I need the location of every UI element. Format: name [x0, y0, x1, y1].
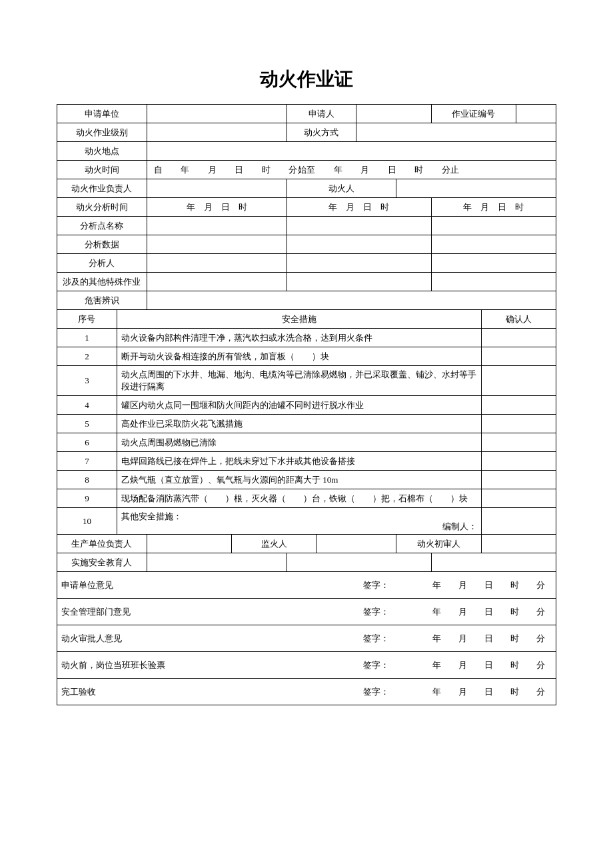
field-time[interactable]: 自 年 月 日 时 分始至 年 月 日 时 分止	[147, 161, 556, 179]
field-safety-educator-1[interactable]	[147, 553, 287, 572]
field-other-special-1[interactable]	[147, 273, 287, 291]
label-person-in-charge: 动火作业负责人	[57, 179, 147, 198]
field-prod-unit-person[interactable]	[147, 535, 231, 553]
measure-7: 电焊回路线已接在焊件上，把线未穿过下水井或其他设备搭接	[117, 452, 481, 471]
field-permit-no[interactable]	[516, 105, 556, 123]
label-prod-unit-person: 生产单位负责人	[57, 535, 147, 553]
header-seq: 序号	[57, 310, 117, 329]
header-measure: 安全措施	[117, 310, 481, 329]
field-safety-educator-2[interactable]	[287, 553, 431, 572]
measure-6: 动火点周围易燃物已清除	[117, 433, 481, 452]
confirm-10[interactable]	[481, 508, 556, 535]
page-title: 动火作业证	[57, 67, 556, 92]
label-fire-person: 动火人	[287, 179, 396, 198]
field-analysis-point-1[interactable]	[147, 217, 287, 235]
label-hazard: 危害辨识	[57, 291, 147, 310]
field-other-special-3[interactable]	[431, 273, 556, 291]
label-applicant-opinion: 申请单位意见	[61, 580, 113, 590]
field-supervisor[interactable]	[316, 535, 396, 553]
row-safety-dept-opinion[interactable]: 安全管理部门意见 签字： 年 月 日 时 分	[57, 599, 556, 625]
field-analysis-point-2[interactable]	[287, 217, 431, 235]
seq-7: 7	[57, 452, 117, 471]
label-safety-dept-opinion: 安全管理部门意见	[61, 607, 131, 617]
field-other-special-2[interactable]	[287, 273, 431, 291]
field-first-reviewer[interactable]	[481, 535, 556, 553]
seq-10: 10	[57, 508, 117, 535]
confirm-6[interactable]	[481, 433, 556, 452]
sig-pre-check: 签字： 年 月 日 时 分	[363, 659, 552, 671]
field-analysis-time-3[interactable]: 年 月 日 时	[431, 198, 556, 217]
measure-3: 动火点周围的下水井、地漏、地沟、电缆沟等已清除易燃物，并已采取覆盖、铺沙、水封等…	[117, 366, 481, 396]
seq-4: 4	[57, 396, 117, 415]
row-completion[interactable]: 完工验收 签字： 年 月 日 时 分	[57, 679, 556, 705]
field-method[interactable]	[356, 123, 556, 142]
field-analysis-time-1[interactable]: 年 月 日 时	[147, 198, 287, 217]
label-analyst: 分析人	[57, 254, 147, 273]
field-fire-person[interactable]	[396, 179, 556, 198]
row-approver-opinion[interactable]: 动火审批人意见 签字： 年 月 日 时 分	[57, 625, 556, 652]
label-analysis-time: 动火分析时间	[57, 198, 147, 217]
field-analysis-data-2[interactable]	[287, 235, 431, 254]
field-analysis-data-1[interactable]	[147, 235, 287, 254]
field-safety-educator-3[interactable]	[431, 553, 556, 572]
confirm-4[interactable]	[481, 396, 556, 415]
sig-approver-opinion: 签字： 年 月 日 时 分	[363, 633, 552, 645]
confirm-3[interactable]	[481, 366, 556, 396]
seq-9: 9	[57, 489, 117, 508]
confirm-1[interactable]	[481, 329, 556, 347]
seq-2: 2	[57, 347, 117, 366]
measure-8: 乙炔气瓶（直立放置）、氧气瓶与火源间的距离大于 10m	[117, 471, 481, 489]
confirm-8[interactable]	[481, 471, 556, 489]
seq-1: 1	[57, 329, 117, 347]
header-confirmer: 确认人	[481, 310, 556, 329]
label-other-special: 涉及的其他特殊作业	[57, 273, 147, 291]
field-hazard[interactable]	[147, 291, 556, 310]
measure-1: 动火设备内部构件清理干净，蒸汽吹扫或水洗合格，达到用火条件	[117, 329, 481, 347]
seq-6: 6	[57, 433, 117, 452]
label-analysis-data: 分析数据	[57, 235, 147, 254]
sig-applicant-opinion: 签字： 年 月 日 时 分	[363, 579, 552, 591]
confirm-7[interactable]	[481, 452, 556, 471]
label-completion: 完工验收	[61, 687, 96, 697]
label-method: 动火方式	[287, 123, 356, 142]
label-applicant: 申请人	[287, 105, 356, 123]
permit-form: 申请单位 申请人 作业证编号 动火作业级别 动火方式 动火地点 动火时间 自 年…	[57, 104, 556, 705]
seq-5: 5	[57, 415, 117, 433]
field-analyst-1[interactable]	[147, 254, 287, 273]
seq-8: 8	[57, 471, 117, 489]
label-time: 动火时间	[57, 161, 147, 179]
label-preparer: 编制人：	[442, 521, 477, 533]
sig-completion: 签字： 年 月 日 时 分	[363, 686, 552, 698]
label-level: 动火作业级别	[57, 123, 147, 142]
field-analysis-data-3[interactable]	[431, 235, 556, 254]
confirm-9[interactable]	[481, 489, 556, 508]
confirm-5[interactable]	[481, 415, 556, 433]
field-person-in-charge[interactable]	[147, 179, 287, 198]
measure-4: 罐区内动火点同一围堰和防火间距内的油罐不同时进行脱水作业	[117, 396, 481, 415]
sig-safety-dept-opinion: 签字： 年 月 日 时 分	[363, 606, 552, 618]
label-first-reviewer: 动火初审人	[396, 535, 481, 553]
seq-3: 3	[57, 366, 117, 396]
measure-10[interactable]: 其他安全措施： 编制人：	[117, 508, 481, 535]
field-applicant-unit[interactable]	[147, 105, 287, 123]
confirm-2[interactable]	[481, 347, 556, 366]
label-supervisor: 监火人	[232, 535, 316, 553]
measure-10-text: 其他安全措施：	[121, 511, 182, 521]
label-pre-check: 动火前，岗位当班班长验票	[61, 660, 165, 670]
field-analyst-3[interactable]	[431, 254, 556, 273]
field-level[interactable]	[147, 123, 287, 142]
label-analysis-point: 分析点名称	[57, 217, 147, 235]
field-analyst-2[interactable]	[287, 254, 431, 273]
measure-9: 现场配备消防蒸汽带（ ）根，灭火器（ ）台，铁锹（ ）把，石棉布（ ）块	[117, 489, 481, 508]
label-safety-educator: 实施安全教育人	[57, 553, 147, 572]
measure-5: 高处作业已采取防火花飞溅措施	[117, 415, 481, 433]
row-pre-check[interactable]: 动火前，岗位当班班长验票 签字： 年 月 日 时 分	[57, 652, 556, 679]
field-analysis-time-2[interactable]: 年 月 日 时	[287, 198, 431, 217]
label-approver-opinion: 动火审批人意见	[61, 633, 122, 643]
row-applicant-opinion[interactable]: 申请单位意见 签字： 年 月 日 时 分	[57, 572, 556, 599]
field-location[interactable]	[147, 142, 556, 161]
measure-2: 断开与动火设备相连接的所有管线，加盲板（ ）块	[117, 347, 481, 366]
label-applicant-unit: 申请单位	[57, 105, 147, 123]
field-analysis-point-3[interactable]	[431, 217, 556, 235]
field-applicant[interactable]	[356, 105, 431, 123]
